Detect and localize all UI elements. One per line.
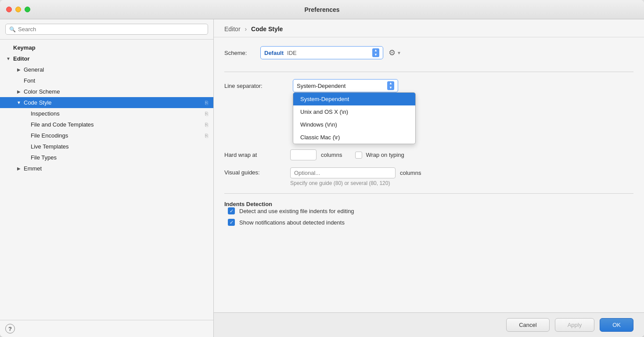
search-input[interactable] (18, 26, 204, 33)
dropdown-option-system-dependent[interactable]: System-Dependent (293, 93, 415, 105)
stepper-up[interactable]: ▲ (387, 81, 394, 86)
sidebar-item-keymap[interactable]: Keymap (0, 42, 213, 53)
search-bar: 🔍 (0, 19, 213, 40)
titlebar: Preferences (0, 0, 644, 19)
ok-button[interactable]: OK (600, 318, 633, 332)
hard-wrap-label: Hard wrap at (224, 152, 286, 158)
breadcrumb-separator: › (245, 25, 247, 33)
scheme-value-normal: IDE (287, 50, 297, 56)
gear-button[interactable]: ⚙ ▼ (389, 48, 401, 58)
sidebar-item-label: Inspections (31, 110, 60, 117)
wrap-on-typing-checkbox[interactable] (355, 152, 362, 159)
visual-guides-hint: Specify one guide (80) or several (80, 1… (290, 180, 421, 186)
cancel-button[interactable]: Cancel (506, 318, 549, 332)
sidebar-item-file-encodings[interactable]: File Encodings ⎘ (0, 130, 213, 141)
copy-icon: ⎘ (205, 100, 208, 106)
stepper-up[interactable]: ▲ (372, 48, 379, 53)
minimize-button[interactable] (15, 7, 21, 12)
sidebar-item-label: File Types (31, 154, 57, 161)
line-separator-dropdown-container: System-Dependent ▲ ▼ System-Dependent Un… (293, 79, 398, 92)
close-button[interactable] (6, 7, 12, 12)
settings-content: Scheme: Default IDE ▲ ▼ ⚙ ▼ (214, 37, 644, 312)
sidebar-item-color-scheme[interactable]: Color Scheme (0, 86, 213, 97)
sidebar-item-label: Editor (13, 55, 30, 62)
show-notifications-checkbox[interactable]: ✓ (228, 219, 235, 226)
line-separator-label: Line separator: (224, 83, 286, 89)
sidebar-item-label: Font (24, 77, 35, 84)
hard-wrap-input[interactable] (290, 149, 317, 160)
visual-guides-input[interactable] (290, 167, 396, 178)
window-title: Preferences (304, 6, 339, 13)
breadcrumb-current: Code Style (251, 25, 283, 33)
apply-button[interactable]: Apply (555, 318, 595, 332)
gear-arrow: ▼ (397, 51, 401, 55)
visual-guides-row: Visual guides: columns Specify one guide… (224, 167, 633, 186)
dropdown-stepper[interactable]: ▲ ▼ (387, 81, 394, 90)
show-notifications-row: ✓ Show notifications about detected inde… (224, 219, 633, 226)
sidebar-item-emmet[interactable]: Emmet (0, 163, 213, 174)
wrap-on-typing-row: Wrap on typing (355, 152, 404, 159)
chevron-right-icon (16, 166, 22, 172)
hard-wrap-row: Hard wrap at columns Wrap on typing (224, 149, 633, 160)
hard-wrap-columns: columns (321, 152, 342, 158)
detect-indents-checkbox[interactable]: ✓ (228, 207, 235, 214)
content-area: 🔍 Keymap Editor General (0, 19, 644, 337)
sidebar-item-inspections[interactable]: Inspections ⎘ (0, 108, 213, 119)
chevron-right-icon (16, 89, 22, 95)
copy-icon: ⎘ (205, 111, 208, 117)
sidebar-item-label: Keymap (13, 44, 36, 51)
scheme-label: Scheme: (224, 50, 255, 56)
line-separator-value: System-Dependent (297, 83, 384, 89)
bottom-bar: Cancel Apply OK (214, 312, 644, 337)
sidebar-item-file-code-templates[interactable]: File and Code Templates ⎘ (0, 119, 213, 130)
search-icon: 🔍 (9, 26, 16, 33)
detect-indents-label: Detect and use existing file indents for… (239, 208, 354, 214)
sidebar-item-general[interactable]: General (0, 64, 213, 75)
sidebar-item-live-templates[interactable]: Live Templates (0, 141, 213, 152)
sidebar-item-file-types[interactable]: File Types (0, 152, 213, 163)
sidebar-item-label: Code Style (24, 99, 52, 106)
gear-icon: ⚙ (389, 48, 396, 58)
dropdown-option-unix[interactable]: Unix and OS X (\n) (293, 105, 415, 118)
wrap-on-typing-label: Wrap on typing (366, 152, 404, 158)
breadcrumb-parent: Editor (224, 25, 241, 33)
sidebar-item-label: Emmet (24, 165, 42, 172)
detect-indents-row: ✓ Detect and use existing file indents f… (224, 207, 633, 214)
dropdown-option-mac[interactable]: Classic Mac (\r) (293, 131, 415, 144)
sidebar-item-label: General (24, 66, 44, 73)
show-notifications-label: Show notifications about detected indent… (239, 219, 345, 226)
chevron-down-icon (16, 100, 22, 106)
sidebar-item-label: Color Scheme (24, 88, 60, 95)
scheme-select[interactable]: Default IDE ▲ ▼ (260, 46, 383, 59)
breadcrumb: Editor › Code Style (214, 19, 644, 37)
help-button[interactable]: ? (5, 324, 15, 333)
line-separator-dropdown-menu[interactable]: System-Dependent Unix and OS X (\n) Wind… (293, 92, 416, 144)
maximize-button[interactable] (25, 7, 30, 12)
sidebar-item-code-style[interactable]: Code Style ⎘ (0, 97, 213, 108)
sidebar-item-label: Live Templates (31, 143, 68, 150)
stepper-down[interactable]: ▼ (387, 86, 394, 90)
line-separator-row: Line separator: System-Dependent ▲ ▼ Sys… (224, 79, 633, 92)
sidebar-item-label: File and Code Templates (31, 121, 94, 128)
stepper-down[interactable]: ▼ (372, 53, 379, 57)
sidebar-item-editor[interactable]: Editor (0, 53, 213, 64)
sidebar-item-font[interactable]: Font (0, 75, 213, 86)
visual-guides-label: Visual guides: (224, 167, 286, 176)
copy-icon: ⎘ (205, 122, 208, 128)
main-panel: Editor › Code Style Scheme: Default IDE … (214, 19, 644, 337)
search-input-wrap[interactable]: 🔍 (5, 24, 208, 35)
scheme-stepper[interactable]: ▲ ▼ (372, 48, 379, 57)
chevron-down-icon (5, 56, 11, 62)
indents-detection-section: Indents Detection ✓ Detect and use exist… (224, 201, 633, 226)
traffic-lights (6, 7, 30, 12)
indents-section-title: Indents Detection (224, 201, 272, 207)
preferences-window: Preferences 🔍 Keymap Editor (0, 0, 644, 337)
line-separator-select[interactable]: System-Dependent ▲ ▼ (293, 79, 398, 92)
scheme-row: Scheme: Default IDE ▲ ▼ ⚙ ▼ (224, 46, 633, 59)
sidebar-item-label: File Encodings (31, 132, 68, 139)
divider-2 (224, 193, 633, 194)
scheme-value-bold: Default (264, 50, 284, 56)
divider (224, 72, 633, 72)
dropdown-option-windows[interactable]: Windows (\r\n) (293, 118, 415, 131)
visual-guides-columns: columns (400, 170, 421, 176)
